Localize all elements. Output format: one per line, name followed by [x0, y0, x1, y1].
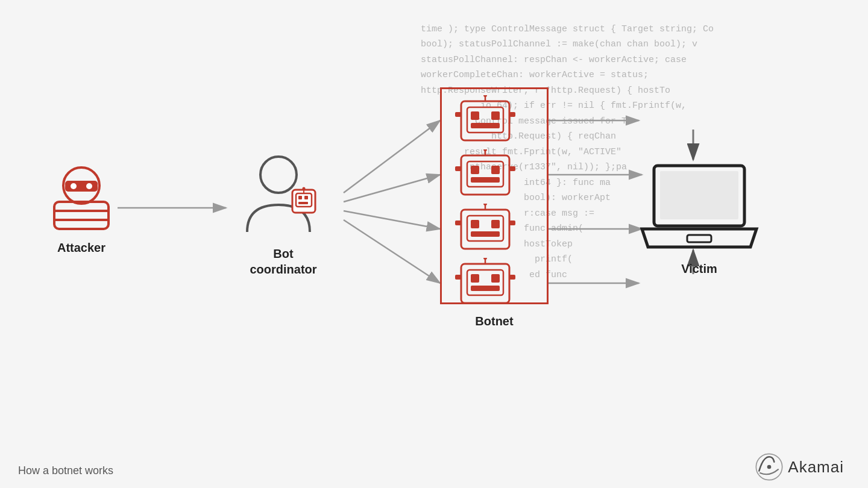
svg-rect-32: [471, 123, 500, 128]
svg-point-27: [303, 187, 306, 190]
victim-node: Victim: [639, 163, 760, 277]
svg-point-19: [86, 183, 92, 189]
svg-rect-31: [491, 111, 500, 120]
bot-3: [449, 204, 539, 260]
bot-4: [449, 258, 539, 314]
svg-point-68: [767, 465, 772, 469]
attacker-icon: [42, 151, 121, 235]
svg-rect-63: [509, 275, 515, 280]
svg-rect-48: [471, 220, 479, 228]
svg-rect-44: [455, 166, 461, 171]
bot-2-icon: [449, 149, 539, 204]
svg-rect-13: [54, 202, 108, 229]
bot-coordinator-label: Bot coordinator: [250, 246, 316, 277]
bot-2: [449, 149, 539, 206]
svg-rect-36: [509, 112, 515, 117]
svg-rect-23: [298, 196, 302, 199]
svg-rect-66: [687, 235, 711, 242]
akamai-logo: Akamai: [754, 452, 844, 482]
svg-point-52: [483, 204, 487, 205]
akamai-text: Akamai: [788, 458, 844, 477]
svg-rect-35: [455, 112, 461, 117]
svg-line-5: [344, 211, 440, 229]
svg-rect-24: [304, 196, 308, 199]
caption: How a botnet works: [18, 465, 113, 477]
attacker-node: Attacker: [42, 151, 121, 255]
svg-rect-25: [298, 202, 308, 204]
svg-point-18: [71, 183, 77, 189]
svg-rect-54: [509, 221, 515, 225]
bot-4-icon: [449, 258, 539, 312]
svg-rect-53: [455, 221, 461, 225]
svg-rect-30: [471, 111, 479, 120]
svg-point-43: [483, 149, 487, 151]
svg-point-34: [483, 95, 487, 97]
svg-rect-49: [491, 220, 500, 228]
svg-rect-40: [491, 166, 500, 174]
svg-point-20: [260, 157, 297, 193]
bot-coordinator-icon: [235, 148, 332, 241]
botnet-label: Botnet: [440, 313, 549, 329]
svg-rect-39: [471, 166, 479, 174]
bot-1: [449, 95, 539, 152]
svg-rect-17: [65, 181, 98, 192]
svg-rect-58: [491, 274, 500, 283]
attacker-label: Attacker: [57, 240, 105, 255]
svg-rect-50: [471, 231, 500, 237]
svg-rect-41: [471, 177, 500, 183]
svg-rect-62: [455, 275, 461, 280]
svg-rect-65: [660, 171, 738, 219]
bot-1-icon: [449, 95, 539, 149]
victim-icon: [639, 163, 760, 256]
svg-point-61: [483, 258, 487, 260]
akamai-icon: [754, 452, 784, 482]
victim-label: Victim: [681, 261, 717, 277]
svg-line-6: [344, 220, 440, 283]
bot-3-icon: [449, 204, 539, 258]
svg-rect-57: [471, 274, 479, 283]
svg-line-4: [344, 175, 440, 202]
svg-line-3: [344, 120, 440, 193]
svg-rect-59: [471, 286, 500, 291]
bot-coordinator-node: Bot coordinator: [235, 148, 332, 277]
svg-rect-45: [509, 166, 515, 171]
